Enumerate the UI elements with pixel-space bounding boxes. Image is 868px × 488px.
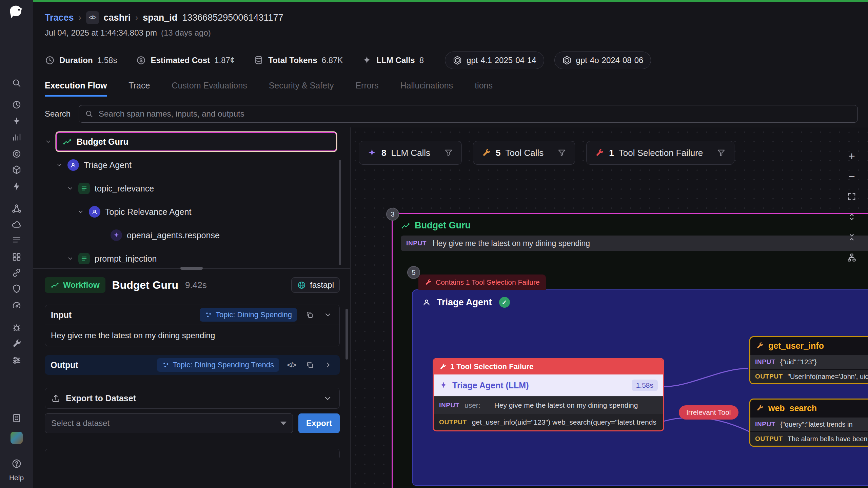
tool-node-web-search[interactable]: web_search INPUT {"query":"latest trends… — [749, 399, 868, 447]
tab-custom-evaluations[interactable]: Custom Evaluations — [172, 81, 247, 95]
tree-row-budget-guru[interactable]: Budget Guru — [45, 132, 336, 151]
span-duration: 9.42s — [185, 280, 207, 290]
user-avatar[interactable] — [8, 430, 25, 445]
funnel-icon[interactable] — [444, 148, 453, 158]
filter-tool-calls[interactable]: 5 Tool Calls — [473, 141, 575, 165]
wrench-icon — [756, 342, 764, 350]
output-label: Output — [51, 360, 78, 370]
chevron-down-icon[interactable] — [67, 185, 74, 192]
search-icon — [85, 109, 94, 118]
tree-row-triage-agent[interactable]: Triage Agent — [45, 156, 336, 175]
chevron-down-icon[interactable] — [45, 138, 52, 145]
tree-row-prompt-injection[interactable]: prompt_injection — [45, 249, 336, 268]
history-icon[interactable] — [8, 97, 25, 112]
contains-failure-banner[interactable]: Contains 1 Tool Selection Failure — [418, 274, 546, 290]
output-topic-chip[interactable]: Topic: Dining Spending Trends — [157, 358, 279, 372]
node-output-row[interactable]: OUTPUT The alarm bells have been — [750, 432, 868, 446]
copy-icon[interactable] — [304, 359, 316, 371]
canvas-zoom-toolbar: + − — [844, 148, 859, 265]
logs-list-icon[interactable] — [8, 233, 25, 248]
code-view-icon[interactable]: </> — [286, 359, 297, 371]
service-chip[interactable]: fastapi — [291, 277, 340, 293]
wrench-icon — [756, 404, 764, 412]
topic-icon — [162, 361, 170, 369]
node-input-row[interactable]: INPUT Hey give me the latest on my dinin… — [401, 236, 868, 251]
settings-sliders-icon[interactable] — [8, 353, 25, 368]
tab-security-safety[interactable]: Security & Safety — [269, 81, 334, 95]
tree-row-topic-relevance[interactable]: topic_relevance — [45, 179, 336, 198]
expand-all-icon[interactable] — [844, 209, 859, 224]
filter-llm-calls[interactable]: 8 LLM Calls — [359, 141, 462, 165]
node-input-row[interactable]: INPUT {"query":"latest trends in — [750, 418, 868, 431]
search-icon[interactable] — [8, 76, 25, 90]
span-search-input[interactable] — [79, 105, 858, 123]
zoom-in-icon[interactable]: + — [844, 148, 859, 163]
service-map-icon[interactable] — [8, 201, 25, 216]
monitors-gauge-icon[interactable] — [8, 298, 25, 313]
software-catalog-icon[interactable] — [8, 249, 25, 264]
help-icon[interactable] — [8, 456, 25, 471]
datadog-logo-icon[interactable] — [7, 4, 26, 23]
node-count-badge[interactable]: 3 — [386, 208, 399, 221]
tool-node-get-user-info[interactable]: get_user_info INPUT {"uid":"123"} OUTPUT… — [749, 336, 868, 384]
funnel-icon[interactable] — [716, 148, 726, 158]
llm-node-triage-agent[interactable]: 1 Tool Selection Failure Triage Agent (L… — [433, 358, 664, 431]
breadcrumb-traces-link[interactable]: Traces — [45, 13, 74, 23]
dashboards-target-icon[interactable] — [8, 146, 25, 161]
cloud-cost-icon[interactable] — [8, 217, 25, 232]
metrics-chart-icon[interactable] — [8, 130, 25, 145]
fit-view-icon[interactable] — [844, 189, 859, 204]
sparkle-icon — [362, 55, 372, 65]
apm-lightning-icon[interactable] — [8, 179, 25, 194]
node-input-row[interactable]: INPUT {"uid":"123"} — [750, 355, 868, 369]
copy-icon[interactable] — [304, 309, 315, 321]
chevron-down-icon[interactable] — [77, 208, 84, 215]
input-text: Hey give me the latest on my dining spen… — [45, 325, 339, 346]
selected-span-box[interactable]: Budget Guru — [56, 132, 336, 151]
collapse-all-icon[interactable] — [844, 230, 859, 245]
chevron-down-icon[interactable] — [322, 309, 334, 321]
service-tools-icon[interactable] — [8, 336, 25, 351]
help-label: Help — [0, 474, 33, 482]
filter-tool-selection-failure[interactable]: 1 Tool Selection Failure — [586, 141, 734, 165]
edge-label-irrelevant-tool: Irrelevant Tool — [679, 405, 738, 420]
funnel-icon[interactable] — [557, 148, 567, 158]
export-to-dataset-header[interactable]: Export to Dataset — [45, 388, 340, 409]
tree-row-openai-agents-response[interactable]: openai_agents.response — [45, 226, 336, 245]
chevron-down-icon[interactable] — [67, 255, 74, 262]
details-scrollbar[interactable] — [346, 309, 348, 360]
tab-trace[interactable]: Trace — [129, 81, 150, 95]
node-output-row[interactable]: OUTPUT "UserInfo(name='John', uid — [750, 370, 868, 383]
error-bug-icon[interactable] — [8, 320, 25, 335]
span-type-badge[interactable]: Workflow — [45, 277, 105, 293]
security-shield-icon[interactable] — [8, 281, 25, 296]
model-chip[interactable]: gpt-4.1-2025-04-14 — [445, 52, 544, 69]
node-output-row[interactable]: OUTPUT get_user_info(uid="123") web_sear… — [434, 414, 663, 430]
tab-errors[interactable]: Errors — [355, 81, 378, 95]
tree-row-topic-relevance-agent[interactable]: Topic Relevance Agent — [45, 202, 336, 221]
tab-execution-flow[interactable]: Execution Flow — [45, 81, 107, 97]
dataset-select[interactable]: Select a dataset — [45, 413, 293, 433]
execution-flow-canvas[interactable]: 8 LLM Calls 5 Tool Calls 1 Tool Selectio… — [351, 127, 868, 488]
output-card[interactable]: Output Topic: Dining Spending Trends </> — [45, 355, 340, 375]
export-button[interactable]: Export — [298, 413, 340, 433]
minimap-tree-icon[interactable] — [844, 250, 859, 265]
breadcrumb-service[interactable]: cashri — [104, 13, 131, 23]
infrastructure-cube-icon[interactable] — [8, 162, 25, 177]
organization-building-icon[interactable] — [8, 410, 25, 425]
tab-clipped[interactable]: tions — [475, 81, 493, 95]
integrations-link-icon[interactable] — [8, 265, 25, 280]
chevron-down-icon[interactable] — [322, 392, 333, 404]
node-input-row[interactable]: INPUT user: Hey give me the latest on my… — [434, 396, 663, 414]
zoom-out-icon[interactable]: − — [844, 169, 859, 184]
node-count-badge[interactable]: 5 — [407, 266, 420, 279]
tree-scrollbar[interactable] — [339, 160, 341, 265]
chevron-down-icon[interactable] — [56, 162, 63, 168]
copilot-sparkle-icon[interactable] — [8, 114, 25, 129]
input-topic-chip[interactable]: Topic: Dining Spending — [200, 308, 297, 322]
metric-estimated-cost: Estimated Cost 1.87¢ — [136, 55, 235, 65]
chevron-right-icon[interactable] — [322, 359, 334, 371]
tab-hallucinations[interactable]: Hallucinations — [400, 81, 453, 95]
splitter-drag-handle[interactable] — [180, 267, 203, 270]
model-chip[interactable]: gpt-4o-2024-08-06 — [554, 52, 651, 69]
